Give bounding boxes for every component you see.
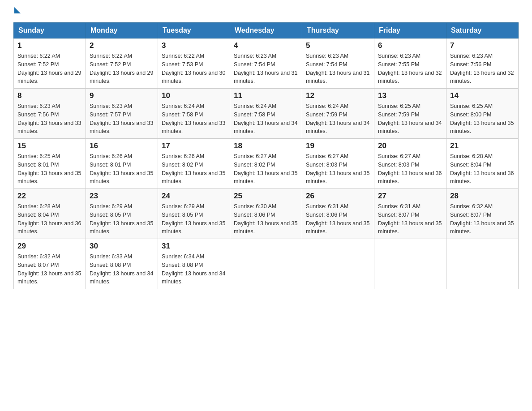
day-number: 17 <box>162 141 226 150</box>
day-number: 23 <box>90 192 154 201</box>
day-info: Sunrise: 6:23 AMSunset: 7:56 PMDaylight:… <box>17 102 82 136</box>
calendar-cell: 21Sunrise: 6:28 AMSunset: 8:04 PMDayligh… <box>446 139 519 189</box>
calendar-header-row: SundayMondayTuesdayWednesdayThursdayFrid… <box>14 23 519 39</box>
header-wednesday: Wednesday <box>230 23 302 39</box>
header-thursday: Thursday <box>302 23 374 39</box>
calendar-cell: 24Sunrise: 6:29 AMSunset: 8:05 PMDayligh… <box>158 189 230 239</box>
logo-triangle-icon <box>14 7 21 13</box>
day-number: 8 <box>17 91 82 100</box>
calendar-table: SundayMondayTuesdayWednesdayThursdayFrid… <box>13 22 519 289</box>
day-number: 18 <box>234 141 298 150</box>
day-info: Sunrise: 6:33 AMSunset: 8:08 PMDaylight:… <box>90 253 154 286</box>
day-number: 6 <box>378 41 442 50</box>
calendar-cell: 17Sunrise: 6:26 AMSunset: 8:02 PMDayligh… <box>158 139 230 189</box>
header-saturday: Saturday <box>446 23 519 39</box>
header-friday: Friday <box>374 23 446 39</box>
calendar-week-row: 22Sunrise: 6:28 AMSunset: 8:04 PMDayligh… <box>14 189 519 239</box>
calendar-cell: 7Sunrise: 6:23 AMSunset: 7:56 PMDaylight… <box>446 39 519 89</box>
day-number: 24 <box>162 192 226 201</box>
day-number: 26 <box>306 192 370 201</box>
header-sunday: Sunday <box>14 23 86 39</box>
calendar-cell: 22Sunrise: 6:28 AMSunset: 8:04 PMDayligh… <box>14 189 86 239</box>
calendar-cell: 25Sunrise: 6:30 AMSunset: 8:06 PMDayligh… <box>230 189 302 239</box>
day-info: Sunrise: 6:24 AMSunset: 7:58 PMDaylight:… <box>162 102 226 136</box>
calendar-cell: 9Sunrise: 6:23 AMSunset: 7:57 PMDaylight… <box>86 89 158 139</box>
day-number: 14 <box>450 91 515 100</box>
day-number: 13 <box>378 91 442 100</box>
day-number: 29 <box>17 242 82 251</box>
calendar-cell: 10Sunrise: 6:24 AMSunset: 7:58 PMDayligh… <box>158 89 230 139</box>
day-info: Sunrise: 6:24 AMSunset: 7:59 PMDaylight:… <box>306 102 370 136</box>
day-number: 11 <box>234 91 298 100</box>
day-info: Sunrise: 6:31 AMSunset: 8:06 PMDaylight:… <box>306 202 370 236</box>
day-info: Sunrise: 6:28 AMSunset: 8:04 PMDaylight:… <box>450 152 515 186</box>
calendar-cell <box>446 239 519 289</box>
calendar-cell: 12Sunrise: 6:24 AMSunset: 7:59 PMDayligh… <box>302 89 374 139</box>
day-info: Sunrise: 6:23 AMSunset: 7:56 PMDaylight:… <box>450 52 515 86</box>
day-number: 21 <box>450 141 515 150</box>
calendar-cell: 16Sunrise: 6:26 AMSunset: 8:01 PMDayligh… <box>86 139 158 189</box>
day-info: Sunrise: 6:32 AMSunset: 8:07 PMDaylight:… <box>17 253 82 286</box>
day-info: Sunrise: 6:29 AMSunset: 8:05 PMDaylight:… <box>90 202 154 236</box>
page-header <box>13 9 519 13</box>
calendar-cell: 6Sunrise: 6:23 AMSunset: 7:55 PMDaylight… <box>374 39 446 89</box>
day-number: 1 <box>17 41 82 50</box>
calendar-week-row: 8Sunrise: 6:23 AMSunset: 7:56 PMDaylight… <box>14 89 519 139</box>
day-number: 20 <box>378 141 442 150</box>
day-info: Sunrise: 6:23 AMSunset: 7:55 PMDaylight:… <box>378 52 442 86</box>
day-number: 19 <box>306 141 370 150</box>
calendar-cell: 3Sunrise: 6:22 AMSunset: 7:53 PMDaylight… <box>158 39 230 89</box>
day-info: Sunrise: 6:26 AMSunset: 8:02 PMDaylight:… <box>162 152 226 186</box>
day-info: Sunrise: 6:27 AMSunset: 8:02 PMDaylight:… <box>234 152 298 186</box>
day-info: Sunrise: 6:22 AMSunset: 7:53 PMDaylight:… <box>162 52 226 86</box>
day-number: 3 <box>162 41 226 50</box>
day-number: 4 <box>234 41 298 50</box>
header-tuesday: Tuesday <box>158 23 230 39</box>
day-number: 28 <box>450 192 515 201</box>
day-info: Sunrise: 6:23 AMSunset: 7:54 PMDaylight:… <box>234 52 298 86</box>
calendar-cell: 26Sunrise: 6:31 AMSunset: 8:06 PMDayligh… <box>302 189 374 239</box>
calendar-cell: 1Sunrise: 6:22 AMSunset: 7:52 PMDaylight… <box>14 39 86 89</box>
calendar-week-row: 15Sunrise: 6:25 AMSunset: 8:01 PMDayligh… <box>14 139 519 189</box>
calendar-cell <box>302 239 374 289</box>
header-monday: Monday <box>86 23 158 39</box>
day-info: Sunrise: 6:22 AMSunset: 7:52 PMDaylight:… <box>17 52 82 86</box>
day-info: Sunrise: 6:25 AMSunset: 8:01 PMDaylight:… <box>17 152 82 186</box>
day-info: Sunrise: 6:25 AMSunset: 8:00 PMDaylight:… <box>450 102 515 136</box>
day-number: 2 <box>90 41 154 50</box>
day-info: Sunrise: 6:27 AMSunset: 8:03 PMDaylight:… <box>306 152 370 186</box>
logo <box>13 9 21 13</box>
day-info: Sunrise: 6:24 AMSunset: 7:58 PMDaylight:… <box>234 102 298 136</box>
calendar-cell: 29Sunrise: 6:32 AMSunset: 8:07 PMDayligh… <box>14 239 86 289</box>
day-info: Sunrise: 6:22 AMSunset: 7:52 PMDaylight:… <box>90 52 154 86</box>
day-number: 5 <box>306 41 370 50</box>
calendar-cell: 23Sunrise: 6:29 AMSunset: 8:05 PMDayligh… <box>86 189 158 239</box>
calendar-cell: 14Sunrise: 6:25 AMSunset: 8:00 PMDayligh… <box>446 89 519 139</box>
calendar-cell: 2Sunrise: 6:22 AMSunset: 7:52 PMDaylight… <box>86 39 158 89</box>
day-info: Sunrise: 6:23 AMSunset: 7:54 PMDaylight:… <box>306 52 370 86</box>
calendar-cell: 18Sunrise: 6:27 AMSunset: 8:02 PMDayligh… <box>230 139 302 189</box>
calendar-cell: 5Sunrise: 6:23 AMSunset: 7:54 PMDaylight… <box>302 39 374 89</box>
calendar-cell: 31Sunrise: 6:34 AMSunset: 8:08 PMDayligh… <box>158 239 230 289</box>
day-number: 10 <box>162 91 226 100</box>
calendar-cell: 4Sunrise: 6:23 AMSunset: 7:54 PMDaylight… <box>230 39 302 89</box>
day-info: Sunrise: 6:26 AMSunset: 8:01 PMDaylight:… <box>90 152 154 186</box>
calendar-cell <box>374 239 446 289</box>
day-number: 16 <box>90 141 154 150</box>
calendar-cell: 27Sunrise: 6:31 AMSunset: 8:07 PMDayligh… <box>374 189 446 239</box>
calendar-week-row: 29Sunrise: 6:32 AMSunset: 8:07 PMDayligh… <box>14 239 519 289</box>
day-number: 9 <box>90 91 154 100</box>
day-number: 7 <box>450 41 515 50</box>
day-number: 27 <box>378 192 442 201</box>
calendar-cell: 15Sunrise: 6:25 AMSunset: 8:01 PMDayligh… <box>14 139 86 189</box>
day-info: Sunrise: 6:31 AMSunset: 8:07 PMDaylight:… <box>378 202 442 236</box>
day-info: Sunrise: 6:29 AMSunset: 8:05 PMDaylight:… <box>162 202 226 236</box>
day-info: Sunrise: 6:28 AMSunset: 8:04 PMDaylight:… <box>17 202 82 236</box>
day-number: 25 <box>234 192 298 201</box>
calendar-cell: 28Sunrise: 6:32 AMSunset: 8:07 PMDayligh… <box>446 189 519 239</box>
day-info: Sunrise: 6:23 AMSunset: 7:57 PMDaylight:… <box>90 102 154 136</box>
calendar-cell: 8Sunrise: 6:23 AMSunset: 7:56 PMDaylight… <box>14 89 86 139</box>
calendar-cell: 19Sunrise: 6:27 AMSunset: 8:03 PMDayligh… <box>302 139 374 189</box>
calendar-cell: 30Sunrise: 6:33 AMSunset: 8:08 PMDayligh… <box>86 239 158 289</box>
day-info: Sunrise: 6:25 AMSunset: 7:59 PMDaylight:… <box>378 102 442 136</box>
